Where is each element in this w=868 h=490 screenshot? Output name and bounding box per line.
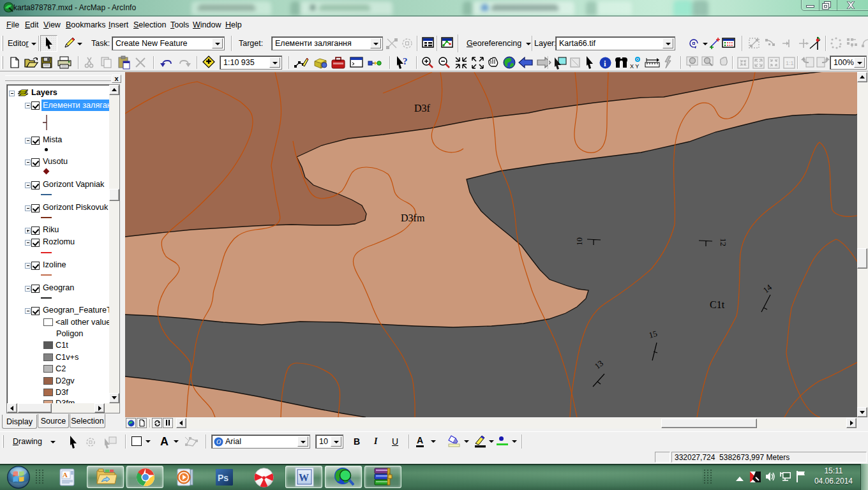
svg-text:12: 12 [719,238,728,246]
svg-text:D3fm: D3fm [401,212,425,223]
svg-text:C1t: C1t [710,299,725,310]
svg-text:X Y: X Y [630,63,639,70]
svg-text:A: A [63,471,68,479]
svg-text:i: i [604,59,606,68]
svg-text:O: O [216,438,221,445]
svg-text:10: 10 [574,237,584,246]
svg-text:D3f: D3f [414,103,431,114]
svg-text:1:1: 1:1 [786,60,794,66]
svg-text:W: W [299,472,309,483]
svg-text:Ps: Ps [218,473,228,483]
svg-text:?: ? [403,56,408,66]
